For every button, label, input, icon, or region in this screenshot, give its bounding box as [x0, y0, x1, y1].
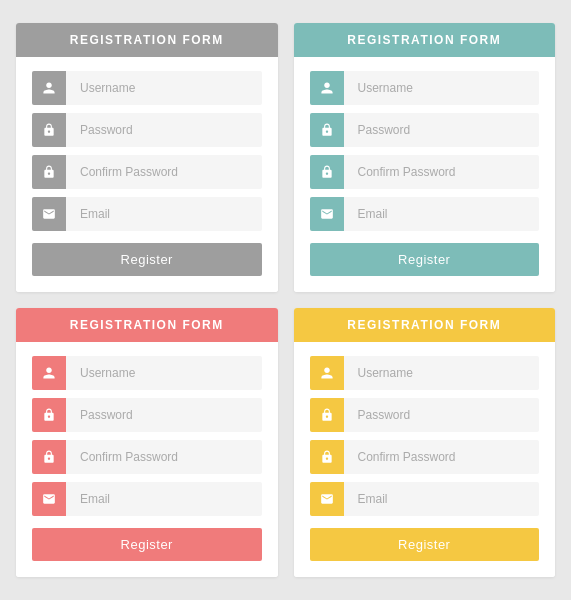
field-label-gray-3: Email	[66, 207, 262, 221]
field-label-yellow-0: Username	[344, 366, 540, 380]
email-icon	[32, 197, 66, 231]
field-row-teal-0[interactable]: Username	[310, 71, 540, 105]
form-body-gray: UsernamePasswordConfirm PasswordEmailReg…	[16, 57, 278, 292]
field-row-teal-3[interactable]: Email	[310, 197, 540, 231]
lock-icon	[310, 155, 344, 189]
field-row-yellow-0[interactable]: Username	[310, 356, 540, 390]
field-label-red-2: Confirm Password	[66, 450, 262, 464]
field-row-red-3[interactable]: Email	[32, 482, 262, 516]
form-header-yellow: REGISTRATION FORM	[294, 308, 556, 342]
lock-icon	[310, 398, 344, 432]
lock-icon	[32, 440, 66, 474]
lock-icon	[32, 155, 66, 189]
field-row-gray-1[interactable]: Password	[32, 113, 262, 147]
field-label-teal-1: Password	[344, 123, 540, 137]
field-row-teal-1[interactable]: Password	[310, 113, 540, 147]
field-label-red-0: Username	[66, 366, 262, 380]
user-icon	[32, 71, 66, 105]
field-label-yellow-1: Password	[344, 408, 540, 422]
field-row-yellow-3[interactable]: Email	[310, 482, 540, 516]
field-label-gray-0: Username	[66, 81, 262, 95]
field-label-yellow-3: Email	[344, 492, 540, 506]
field-label-yellow-2: Confirm Password	[344, 450, 540, 464]
form-body-yellow: UsernamePasswordConfirm PasswordEmailReg…	[294, 342, 556, 577]
field-label-red-3: Email	[66, 492, 262, 506]
form-body-teal: UsernamePasswordConfirm PasswordEmailReg…	[294, 57, 556, 292]
field-row-yellow-1[interactable]: Password	[310, 398, 540, 432]
form-card-teal: REGISTRATION FORMUsernamePasswordConfirm…	[294, 23, 556, 292]
form-body-red: UsernamePasswordConfirm PasswordEmailReg…	[16, 342, 278, 577]
form-card-gray: REGISTRATION FORMUsernamePasswordConfirm…	[16, 23, 278, 292]
user-icon	[32, 356, 66, 390]
email-icon	[310, 197, 344, 231]
field-row-gray-2[interactable]: Confirm Password	[32, 155, 262, 189]
form-header-gray: REGISTRATION FORM	[16, 23, 278, 57]
user-icon	[310, 71, 344, 105]
lock-icon	[310, 113, 344, 147]
email-icon	[32, 482, 66, 516]
field-row-red-2[interactable]: Confirm Password	[32, 440, 262, 474]
field-row-red-1[interactable]: Password	[32, 398, 262, 432]
email-icon	[310, 482, 344, 516]
form-card-red: REGISTRATION FORMUsernamePasswordConfirm…	[16, 308, 278, 577]
field-label-gray-2: Confirm Password	[66, 165, 262, 179]
form-header-red: REGISTRATION FORM	[16, 308, 278, 342]
field-label-red-1: Password	[66, 408, 262, 422]
lock-icon	[32, 113, 66, 147]
field-label-teal-0: Username	[344, 81, 540, 95]
register-button-gray[interactable]: Register	[32, 243, 262, 276]
field-row-gray-3[interactable]: Email	[32, 197, 262, 231]
field-row-red-0[interactable]: Username	[32, 356, 262, 390]
form-card-yellow: REGISTRATION FORMUsernamePasswordConfirm…	[294, 308, 556, 577]
field-label-teal-3: Email	[344, 207, 540, 221]
form-header-teal: REGISTRATION FORM	[294, 23, 556, 57]
user-icon	[310, 356, 344, 390]
field-row-teal-2[interactable]: Confirm Password	[310, 155, 540, 189]
lock-icon	[32, 398, 66, 432]
forms-grid: REGISTRATION FORMUsernamePasswordConfirm…	[0, 7, 571, 593]
register-button-teal[interactable]: Register	[310, 243, 540, 276]
register-button-red[interactable]: Register	[32, 528, 262, 561]
field-label-gray-1: Password	[66, 123, 262, 137]
field-row-yellow-2[interactable]: Confirm Password	[310, 440, 540, 474]
register-button-yellow[interactable]: Register	[310, 528, 540, 561]
field-row-gray-0[interactable]: Username	[32, 71, 262, 105]
field-label-teal-2: Confirm Password	[344, 165, 540, 179]
lock-icon	[310, 440, 344, 474]
